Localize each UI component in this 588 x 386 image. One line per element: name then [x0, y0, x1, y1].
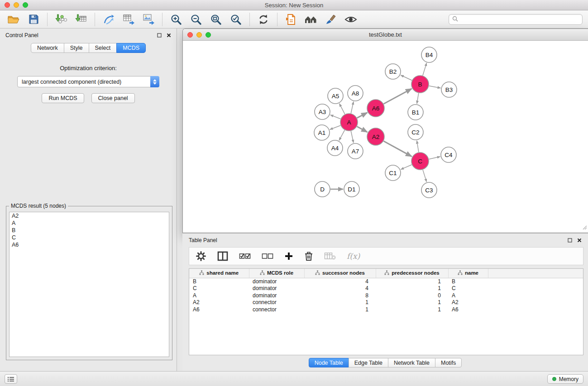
result-item[interactable]: A	[10, 219, 169, 227]
save-session-icon[interactable]	[24, 12, 43, 27]
edge-A2-C[interactable]	[384, 141, 412, 157]
node-A1[interactable]: A1	[314, 125, 330, 140]
table-cell[interactable]: C	[448, 285, 488, 292]
network-canvas[interactable]: AA1A2A3A4A5A6A7A8BB1B2B3B4CC1C2C3C4DD1	[183, 41, 588, 233]
close-panel-icon[interactable]	[167, 33, 171, 38]
table-cell[interactable]: 4	[304, 278, 376, 285]
node-A4[interactable]: A4	[327, 140, 343, 156]
node-D[interactable]: D	[315, 181, 330, 197]
table-cell[interactable]: 4	[304, 285, 376, 292]
node-C4[interactable]: C4	[441, 147, 456, 162]
style-brush-icon[interactable]	[321, 12, 341, 27]
table-row[interactable]: A6connector11A6	[189, 306, 583, 313]
network-zoom-button[interactable]	[206, 32, 211, 38]
refresh-icon[interactable]	[253, 12, 273, 27]
edge-A6-B[interactable]	[384, 89, 412, 104]
import-table-icon[interactable]	[71, 12, 91, 27]
close-window-button[interactable]	[5, 2, 10, 8]
optimization-dropdown[interactable]: largest connected component (directed)	[17, 76, 159, 87]
table-cell[interactable]: dominator	[249, 285, 304, 292]
edge-C-C3[interactable]	[423, 170, 426, 182]
table-cell[interactable]: 1	[376, 306, 448, 313]
node-A3[interactable]: A3	[315, 104, 330, 119]
open-session-icon[interactable]	[4, 12, 24, 27]
edge-A-A4[interactable]	[339, 130, 344, 141]
table-cell[interactable]: 1	[376, 278, 448, 285]
tab-select[interactable]: Select	[89, 43, 117, 53]
table-cell[interactable]: dominator	[249, 278, 304, 285]
panel-list-button[interactable]	[5, 374, 17, 384]
edge-A-A8[interactable]	[351, 102, 354, 114]
edge-B-B4[interactable]	[423, 63, 427, 76]
edge-C-C1[interactable]	[401, 165, 411, 169]
table-cell[interactable]: 1	[376, 285, 448, 292]
table-cell[interactable]: connector	[249, 306, 304, 313]
float-panel-icon[interactable]	[157, 33, 162, 38]
node-C2[interactable]: C2	[408, 124, 423, 140]
network-minimize-button[interactable]	[196, 32, 202, 38]
tab-node-table[interactable]: Node Table	[309, 358, 349, 367]
toolbar-search[interactable]	[449, 14, 583, 25]
edge-A-A2[interactable]	[357, 127, 368, 133]
edge-A-A5[interactable]	[339, 104, 345, 114]
table-cell[interactable]: A6	[189, 306, 249, 313]
network-close-button[interactable]	[187, 32, 193, 38]
minimize-window-button[interactable]	[14, 2, 19, 8]
export-image-icon[interactable]	[139, 12, 158, 27]
result-item[interactable]: C	[10, 234, 169, 241]
import-network-icon[interactable]	[51, 12, 71, 27]
column-header-name[interactable]: name	[448, 269, 488, 278]
tab-edge-table[interactable]: Edge Table	[349, 358, 388, 367]
edge-C-C4[interactable]	[429, 157, 440, 159]
node-B1[interactable]: B1	[408, 105, 423, 120]
table-cell[interactable]: 8	[304, 292, 376, 299]
node-A6[interactable]: A6	[367, 100, 384, 117]
node-A5[interactable]: A5	[328, 88, 343, 104]
table-cell[interactable]: B	[448, 278, 488, 285]
tab-style[interactable]: Style	[64, 43, 89, 53]
table-row[interactable]: Cdominator41C	[189, 285, 583, 292]
table-cell[interactable]: B	[189, 278, 249, 285]
tab-mcds[interactable]: MCDS	[116, 43, 146, 53]
node-C[interactable]: C	[411, 152, 429, 170]
table-cell[interactable]: 1	[376, 299, 448, 306]
node-D1[interactable]: D1	[344, 181, 359, 197]
result-item[interactable]: A2	[10, 212, 169, 219]
table-cell[interactable]: A	[448, 292, 488, 299]
delete-row-icon[interactable]	[304, 251, 313, 261]
edge-A-A7[interactable]	[351, 131, 354, 143]
search-input[interactable]	[460, 16, 579, 23]
edge-C-C2[interactable]	[417, 141, 419, 152]
node-C3[interactable]: C3	[421, 182, 437, 198]
column-header-shared-name[interactable]: shared name	[189, 269, 249, 278]
tab-motifs[interactable]: Motifs	[435, 358, 462, 367]
deselect-all-icon[interactable]	[262, 252, 273, 260]
select-all-icon[interactable]	[239, 252, 251, 260]
run-mcds-button[interactable]: Run MCDS	[42, 93, 84, 103]
settings-icon[interactable]	[196, 251, 206, 262]
resize-handle-icon[interactable]	[582, 224, 587, 232]
table-row[interactable]: Adominator80A	[189, 292, 583, 299]
network-window-titlebar[interactable]: testGlobe.txt	[183, 29, 588, 41]
node-A8[interactable]: A8	[348, 86, 363, 101]
show-hide-icon[interactable]	[341, 12, 361, 27]
table-cell[interactable]: connector	[249, 299, 304, 306]
node-B3[interactable]: B3	[441, 82, 457, 97]
zoom-window-button[interactable]	[23, 2, 28, 8]
table-cell[interactable]: 0	[376, 292, 448, 299]
column-header-successor-nodes[interactable]: successor nodes	[304, 269, 376, 278]
table-cell[interactable]: A2	[448, 299, 488, 306]
add-row-icon[interactable]	[284, 252, 293, 261]
node-C1[interactable]: C1	[385, 165, 401, 181]
tab-network[interactable]: Network	[31, 43, 64, 53]
column-view-icon[interactable]	[217, 251, 228, 261]
table-cell[interactable]: dominator	[249, 292, 304, 299]
node-B[interactable]: B	[411, 76, 429, 93]
export-table-icon[interactable]	[119, 12, 139, 27]
edge-A-A3[interactable]	[330, 115, 341, 119]
close-table-panel-icon[interactable]	[577, 238, 582, 243]
table-cell[interactable]: A2	[189, 299, 249, 306]
table-cell[interactable]: 1	[304, 299, 376, 306]
edge-B-B2[interactable]	[401, 75, 412, 81]
tab-network-table[interactable]: Network Table	[388, 358, 435, 367]
